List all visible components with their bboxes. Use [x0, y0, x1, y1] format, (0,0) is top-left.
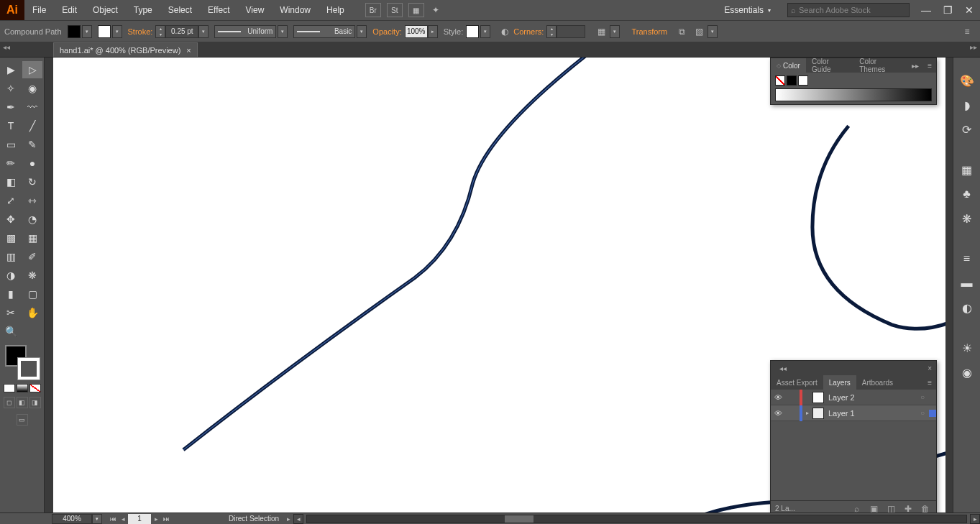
selection-tool[interactable]: ▶: [1, 61, 21, 78]
zoom-level-input[interactable]: 400%: [52, 514, 92, 524]
curvature-tool[interactable]: 〰: [22, 98, 42, 116]
layer-name[interactable]: Layer 1: [828, 409, 916, 418]
brushes-panel-icon[interactable]: ♣: [958, 185, 976, 203]
tab-asset-export[interactable]: Asset Export: [771, 375, 823, 390]
stroke-dropdown[interactable]: ▾: [112, 25, 122, 38]
document-tab[interactable]: hand1.ai* @ 400% (RGB/Preview) ×: [53, 42, 198, 57]
scroll-left-icon[interactable]: ◂: [293, 514, 303, 524]
color-mode-icon[interactable]: [4, 384, 15, 392]
stroke-weight-dropdown[interactable]: ▾: [198, 25, 209, 38]
slice-tool[interactable]: ✂: [1, 304, 21, 321]
type-tool[interactable]: T: [1, 117, 21, 134]
first-artboard-icon[interactable]: ⏮: [108, 514, 118, 524]
locate-object-icon[interactable]: ⌕: [850, 504, 863, 513]
corners-input[interactable]: [557, 25, 585, 38]
artboard-index-input[interactable]: 1: [128, 514, 151, 524]
lasso-tool[interactable]: ◉: [22, 80, 42, 97]
edit-clip-dropdown[interactable]: ▾: [707, 25, 718, 38]
column-graph-tool[interactable]: ▮: [1, 285, 21, 303]
tab-layers[interactable]: Layers: [823, 375, 856, 390]
search-stock-input[interactable]: ⌕ Search Adobe Stock: [787, 3, 910, 17]
none-mode-icon[interactable]: [29, 384, 41, 392]
menu-help[interactable]: Help: [319, 0, 352, 20]
zoom-dropdown[interactable]: ▾: [92, 514, 102, 524]
tab-color-themes[interactable]: Color Themes: [853, 58, 907, 73]
stroke-swatch[interactable]: [98, 25, 111, 38]
menu-window[interactable]: Window: [272, 0, 319, 20]
style-dropdown[interactable]: ▾: [480, 25, 490, 38]
cc-libraries-panel-icon[interactable]: ◉: [958, 364, 976, 381]
blob-brush-tool[interactable]: ●: [22, 155, 42, 172]
last-artboard-icon[interactable]: ⏭: [161, 514, 171, 524]
gpu-icon[interactable]: ✦: [429, 3, 443, 17]
tab-color[interactable]: ◇Color: [771, 58, 806, 73]
hand-tool[interactable]: ✋: [22, 304, 42, 321]
vertical-scrollbar[interactable]: [945, 58, 953, 512]
new-layer-icon[interactable]: ✚: [902, 504, 915, 513]
shape-builder-tool[interactable]: ◔: [22, 211, 42, 228]
perspective-tool[interactable]: ▩: [1, 229, 21, 247]
draw-inside-icon[interactable]: ◨: [29, 397, 41, 408]
align-dropdown[interactable]: ▾: [610, 25, 620, 38]
fill-stroke-indicator[interactable]: [5, 345, 40, 380]
window-close-button[interactable]: ✕: [958, 3, 980, 17]
pen-tool[interactable]: ✒: [1, 98, 21, 116]
collapse-dock-icon[interactable]: ◂◂: [3, 43, 10, 51]
brush-definition[interactable]: Basic: [293, 25, 355, 38]
blend-tool[interactable]: ◑: [1, 267, 21, 284]
variable-width-profile[interactable]: Uniform: [214, 25, 276, 38]
libraries-panel-icon[interactable]: ⟳: [958, 121, 976, 138]
symbol-sprayer-tool[interactable]: ❋: [22, 267, 42, 284]
pencil-tool[interactable]: ✏: [1, 155, 21, 172]
visibility-toggle-icon[interactable]: 👁: [771, 409, 785, 418]
next-artboard-icon[interactable]: ▸: [151, 514, 161, 524]
menu-edit[interactable]: Edit: [54, 0, 85, 20]
horizontal-scrollbar[interactable]: [306, 515, 967, 523]
make-clipping-mask-icon[interactable]: ▣: [867, 504, 880, 513]
free-transform-tool[interactable]: ✥: [1, 211, 21, 228]
scrollbar-thumb[interactable]: [505, 515, 533, 523]
direct-selection-tool[interactable]: ▷: [22, 61, 42, 78]
none-swatch-icon[interactable]: [775, 75, 785, 86]
align-icon[interactable]: ▦: [594, 24, 608, 39]
opacity-dropdown[interactable]: ▸: [428, 25, 438, 38]
menu-object[interactable]: Object: [85, 0, 126, 20]
color-themes-panel-icon[interactable]: ☀: [958, 339, 976, 357]
panel-close-icon[interactable]: ×: [923, 364, 936, 372]
new-sublayer-icon[interactable]: ◫: [884, 504, 897, 513]
window-restore-button[interactable]: ❐: [937, 3, 958, 17]
prev-artboard-icon[interactable]: ◂: [118, 514, 128, 524]
profile-dropdown[interactable]: ▾: [278, 25, 288, 38]
swatches-panel-icon[interactable]: ▦: [958, 161, 976, 178]
edit-clip-icon[interactable]: ▧: [692, 24, 706, 39]
screen-mode-icon[interactable]: ▭: [17, 414, 28, 426]
symbols-panel-icon[interactable]: ❋: [958, 210, 976, 227]
stroke-color-icon[interactable]: [18, 358, 40, 380]
gradient-mode-icon[interactable]: [17, 384, 28, 392]
stock-icon[interactable]: St: [387, 3, 403, 17]
line-tool[interactable]: ╱: [22, 117, 42, 134]
recolor-artwork-icon[interactable]: ◐: [498, 24, 512, 39]
expand-layer-icon[interactable]: ▸: [802, 410, 812, 416]
bridge-icon[interactable]: Br: [365, 3, 381, 17]
menu-view[interactable]: View: [238, 0, 273, 20]
draw-behind-icon[interactable]: ◧: [17, 397, 28, 408]
white-swatch-icon[interactable]: [798, 75, 808, 86]
magic-wand-tool[interactable]: ✧: [1, 80, 21, 97]
layers-panel-menu-icon[interactable]: ≡: [923, 379, 936, 387]
zoom-tool[interactable]: 🔍: [1, 323, 21, 340]
delete-layer-icon[interactable]: 🗑: [919, 504, 932, 513]
paintbrush-tool[interactable]: ✎: [22, 136, 42, 153]
brush-dropdown[interactable]: ▾: [357, 25, 367, 38]
corners-label[interactable]: Corners:: [513, 27, 544, 36]
opacity-label[interactable]: Opacity:: [372, 27, 401, 36]
status-menu-icon[interactable]: ▸: [283, 514, 293, 524]
transform-link[interactable]: Transform: [631, 27, 667, 36]
menu-select[interactable]: Select: [160, 0, 200, 20]
workspace-switcher[interactable]: Essentials ▾: [718, 2, 777, 18]
stroke-weight-input[interactable]: 0.25 pt: [165, 25, 198, 38]
draw-normal-icon[interactable]: ◻: [4, 397, 15, 408]
fill-dropdown[interactable]: ▾: [82, 25, 92, 38]
opacity-input[interactable]: 100%: [405, 25, 428, 38]
appearance-panel-icon[interactable]: 🎨: [958, 72, 976, 89]
